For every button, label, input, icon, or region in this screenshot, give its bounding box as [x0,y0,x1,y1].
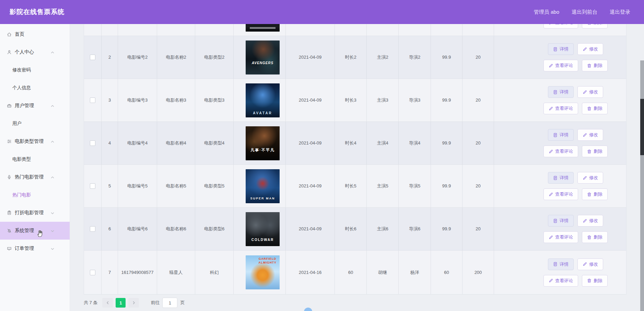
sidebar-item-label: 电影类型 [12,156,31,162]
vertical-scrollbar-thumb[interactable] [640,99,644,155]
chevron-down-icon [50,246,55,251]
bell-off-icon [7,228,12,233]
sidebar-item-8[interactable]: 热门电影管理 [0,168,70,186]
detail-button[interactable]: 详情 [548,129,574,141]
edit-button-label: 修改 [589,46,598,52]
view-comments-button[interactable]: 查看评论 [543,188,578,200]
delete-button[interactable]: 删除 [582,146,608,157]
edit-button-label: 修改 [589,89,598,95]
row-checkbox[interactable] [90,140,95,146]
delete-button-label: 删除 [594,278,602,284]
sidebar-item-4[interactable]: 用户管理 [0,97,70,115]
sidebar-item-12[interactable]: 订单管理 [0,240,70,257]
movie-qty: 20 [476,226,480,232]
movie-name: 电影名称4 [166,140,186,147]
sidebar-item-label: 系统管理 [15,228,34,234]
prev-page-button[interactable] [102,298,113,308]
movie-code: 电影编号3 [127,97,148,104]
table-row: 7 1617949008577 猫星人 科幻 GARFIELD ALMIGHTY… [84,251,626,295]
pagination-total: 共 7 条 [84,300,97,306]
edit-button[interactable]: 修改 [577,258,603,270]
sidebar-item-9[interactable]: 热门电影 [0,186,70,204]
next-page-button[interactable] [128,298,139,308]
view-comments-button[interactable]: 查看评论 [543,24,578,28]
view-comments-button-label: 查看评论 [555,278,573,284]
edit-button-label: 修改 [589,218,598,224]
sidebar: 首页 个人中心 修改密码 个人信息 用户管理 用户 电影类型管理 电影类型 热门… [0,24,70,311]
edit-button[interactable]: 修改 [577,215,603,227]
sidebar-item-7[interactable]: 电影类型 [0,150,70,168]
detail-button[interactable]: 详情 [548,172,574,184]
sidebar-item-0[interactable]: 首页 [0,25,70,43]
sidebar-item-5[interactable]: 用户 [0,115,70,133]
delete-button[interactable]: 删除 [582,188,608,200]
movie-poster: 凡事·不平凡 [246,126,280,160]
delete-button[interactable]: 删除 [582,275,608,287]
sidebar-item-2[interactable]: 修改密码 [0,61,70,79]
goto-page-input[interactable] [162,298,177,308]
view-comments-button[interactable]: 查看评论 [543,275,578,287]
movie-director: 导演4 [409,140,420,147]
delete-button-label: 删除 [594,148,602,154]
row-checkbox[interactable] [90,226,95,232]
edit-button[interactable]: 修改 [577,43,603,55]
main-content: 详情 修改 查看评论 删除 [70,24,644,311]
movie-date: 2021-04-09 [299,226,322,232]
movie-star: 主演3 [377,97,388,104]
table-row: 5 电影编号5 电影名称5 电影类型5 SUPER MAN 2021-04-09… [84,165,626,208]
sidebar-item-3[interactable]: 个人信息 [0,79,70,97]
briefcase-icon [7,103,12,108]
sidebar-item-label: 用户管理 [15,103,34,109]
detail-button[interactable]: 详情 [548,86,574,98]
row-checkbox[interactable] [90,55,95,60]
admin-user-label[interactable]: 管理员 abo [534,9,559,15]
movie-code: 电影编号5 [127,183,148,189]
detail-button[interactable]: 详情 [548,43,574,55]
delete-button[interactable]: 删除 [582,231,608,243]
sidebar-item-10[interactable]: 打折电影管理 [0,204,70,222]
movie-price: 99.9 [442,97,451,104]
vertical-scrollbar-track[interactable] [640,60,644,311]
delete-button[interactable]: 删除 [582,103,608,114]
delete-button[interactable]: 删除 [582,60,608,71]
movie-star: 主演2 [377,54,388,61]
view-comments-button[interactable]: 查看评论 [543,146,578,157]
sliders-icon [7,139,12,144]
sidebar-item-11[interactable]: 系统管理 [0,222,70,240]
movie-name: 电影名称3 [166,97,186,104]
movie-date: 2021-04-09 [299,54,322,61]
edit-button[interactable]: 修改 [577,172,603,184]
view-comments-button[interactable]: 查看评论 [543,231,578,243]
chevron-up-icon [50,104,55,108]
page-number-1[interactable]: 1 [116,298,126,308]
movie-type: 科幻 [210,269,219,276]
view-comments-button[interactable]: 查看评论 [543,60,578,71]
table-row: 3 电影编号3 电影名称3 电影类型3 AVATAR 2021-04-09 时长… [84,79,626,122]
sidebar-item-label: 热门电影 [12,192,31,198]
sidebar-item-6[interactable]: 电影类型管理 [0,133,70,150]
header-links: 管理员 abo 退出到前台 退出登录 [534,9,630,15]
movie-date: 2021-04-09 [299,140,322,147]
exit-to-front-link[interactable]: 退出到前台 [572,9,597,15]
edit-button[interactable]: 修改 [577,129,603,141]
detail-button[interactable]: 详情 [548,215,574,227]
row-checkbox[interactable] [90,97,95,103]
view-comments-button[interactable]: 查看评论 [543,103,578,114]
table-row: 2 电影编号2 电影名称2 电影类型2 AVENGERS 2021-04-09 … [84,36,626,79]
view-comments-button-label: 查看评论 [555,191,573,197]
movie-code: 电影编号2 [127,54,148,61]
sidebar-item-1[interactable]: 个人中心 [0,43,70,61]
chevron-up-icon [50,50,55,54]
sidebar-item-label: 修改密码 [12,67,31,73]
movie-price: 99.9 [442,140,451,147]
table-row: 6 电影编号6 电影名称6 电影类型6 COLDWAR 2021-04-09 时… [84,208,626,251]
row-checkbox[interactable] [90,183,95,189]
view-comments-button-label: 查看评论 [555,62,573,69]
logout-link[interactable]: 退出登录 [610,9,630,15]
movie-price: 60 [444,269,449,276]
detail-button[interactable]: 详情 [548,258,574,270]
row-checkbox[interactable] [90,270,95,275]
movie-type: 电影类型6 [204,226,224,232]
delete-button[interactable]: 删除 [582,24,608,28]
edit-button[interactable]: 修改 [577,86,603,98]
